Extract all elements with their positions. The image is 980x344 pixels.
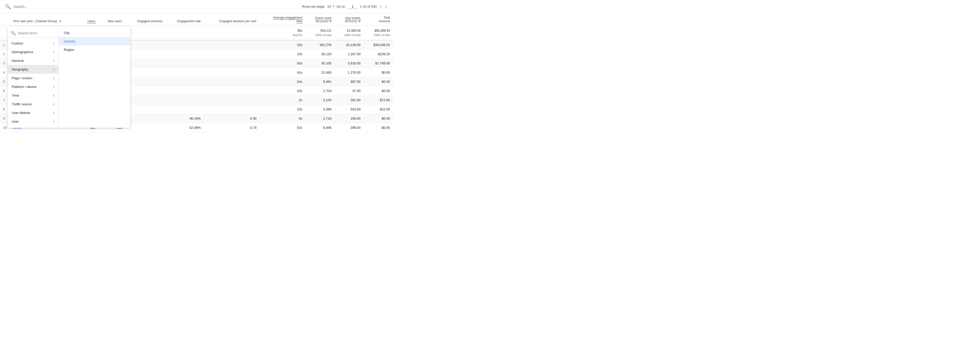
menu-item-general[interactable]: General›: [8, 56, 59, 65]
menu-item-custom[interactable]: Custom›: [8, 39, 59, 48]
event-count-cell: 302,276: [305, 40, 334, 50]
rows-count-number: 10: [327, 5, 331, 8]
key-events-cell: 299.00: [334, 123, 364, 132]
revenue-cell: $7,769.00: [364, 59, 393, 68]
sessions-per-user-cell: 0.74: [204, 123, 259, 132]
menu-item-demographics[interactable]: Demographics›: [8, 48, 59, 56]
engagement-rate-cell: [165, 77, 204, 86]
sessions-per-user-col-header: Engaged sessions per user: [204, 13, 259, 26]
goto-label: Go to:: [337, 5, 345, 8]
top-bar: 🔍 Rows per page: 10 Go to: 1-10 of 330 ‹…: [0, 0, 393, 13]
chevron-right-icon: ›: [53, 119, 54, 124]
engagement-rate-cell: 46.19%: [165, 114, 204, 123]
submenu-item-country[interactable]: Country: [59, 37, 130, 45]
event-count-cell: 21,465: [305, 68, 334, 77]
menu-item-user[interactable]: User›: [8, 117, 59, 126]
pagination-bar: Rows per page: 10 Go to: 1-10 of 330 ‹ ›: [302, 4, 388, 9]
users-col-header: Users: [80, 13, 99, 26]
key-events-cell: 543.00: [334, 104, 364, 114]
sessions-per-user-cell: [204, 86, 259, 95]
event-count-cell: 2,718: [305, 114, 334, 123]
avg-engagement-col-header: Average engagement time: [259, 13, 305, 26]
total-revenue-col-header: Total revenue: [364, 13, 393, 26]
dropdown-right-panel: City Country Region: [59, 27, 130, 128]
engaged-sessions-cell: [125, 59, 165, 68]
prev-page-button[interactable]: ‹: [379, 4, 382, 9]
table-container: 🔍 Custom› Demographics› General› Geograp…: [0, 13, 393, 133]
key-events-cell: 37.00: [334, 86, 364, 95]
chevron-right-icon: ›: [53, 67, 54, 72]
sessions-per-user-cell: 0.50: [204, 114, 259, 123]
summary-key-events: 31,584.00 100% of total: [334, 26, 364, 40]
chevron-right-icon: ›: [53, 41, 54, 45]
search-input[interactable]: [13, 5, 299, 9]
revenue-cell: $0.00: [364, 86, 393, 95]
dropdown-search-icon: 🔍: [11, 31, 16, 35]
rows-per-page-value[interactable]: 10: [327, 5, 334, 8]
revenue-cell: $0.00: [364, 114, 393, 123]
sessions-per-user-cell: [204, 77, 259, 86]
avg-engagement-cell: 41s: [259, 68, 305, 77]
submenu-item-region[interactable]: Region: [59, 45, 130, 54]
dropdown-search-wrap: 🔍: [8, 29, 59, 38]
sessions-per-user-cell: [204, 40, 259, 50]
rows-per-page-label: Rows per page:: [302, 5, 325, 8]
event-count-filter-icon[interactable]: [329, 21, 331, 22]
avg-engagement-cell: 23s: [259, 104, 305, 114]
engaged-sessions-col-header: Engaged sessions: [125, 13, 165, 26]
menu-item-platform[interactable]: Platform / device›: [8, 82, 59, 91]
engagement-rate-cell: [165, 59, 204, 68]
avg-engagement-cell: 52s: [259, 123, 305, 132]
revenue-cell: $39,048.93: [364, 40, 393, 50]
engagement-rate-cell: [165, 68, 204, 77]
event-count-cell: 6,946: [305, 123, 334, 132]
menu-item-user-lifetime[interactable]: User lifetime›: [8, 108, 59, 117]
revenue-cell: $0.00: [364, 68, 393, 77]
revenue-cell: $0.00: [364, 77, 393, 86]
submenu-item-city[interactable]: City: [59, 29, 130, 37]
menu-item-page-screen[interactable]: Page / screen›: [8, 74, 59, 82]
sessions-per-user-cell: [204, 104, 259, 114]
engagement-rate-cell: [165, 86, 204, 95]
key-events-cell: 1,276.00: [334, 68, 364, 77]
avg-engagement-cell: 33s: [259, 40, 305, 50]
avg-engagement-cell: 2s: [259, 95, 305, 104]
menu-item-time[interactable]: Time›: [8, 91, 59, 100]
event-count-cell: 2,703: [305, 86, 334, 95]
avg-engagement-cell: 10s: [259, 86, 305, 95]
sessions-per-user-cell: [204, 95, 259, 104]
event-count-cell: 9,461: [305, 77, 334, 86]
summary-event-count: 504,111 100% of total: [305, 26, 334, 40]
channel-col-label: First user prim...Channel Group): [13, 19, 57, 23]
chevron-right-icon: ›: [53, 50, 54, 54]
key-events-cell: 3,916.00: [334, 59, 364, 68]
summary-engaged-sessions: [125, 26, 165, 40]
goto-input[interactable]: [348, 5, 358, 9]
event-count-cell: 35,105: [305, 59, 334, 68]
chevron-right-icon: ›: [53, 93, 54, 98]
key-events-cell: 16,139.00: [334, 40, 364, 50]
revenue-cell: $239.20: [364, 49, 393, 59]
dropdown-search-input[interactable]: [18, 31, 61, 35]
event-count-cell: 5,069: [305, 104, 334, 114]
summary-engagement-rate: [165, 26, 204, 40]
event-count-cell: 26,120: [305, 49, 334, 59]
menu-item-geography[interactable]: Geography›: [8, 65, 59, 74]
engaged-sessions-cell: [125, 49, 165, 59]
chevron-right-icon: ›: [53, 110, 54, 115]
avg-engagement-cell: 23s: [259, 49, 305, 59]
channel-col-header[interactable]: First user prim...Channel Group): [10, 13, 80, 26]
chevron-right-icon: ›: [53, 76, 54, 80]
summary-avg-engagement: 35s Avg 0%: [259, 26, 305, 40]
menu-item-traffic[interactable]: Traffic source›: [8, 100, 59, 108]
channel-dropdown-button[interactable]: First user prim...Channel Group): [13, 19, 61, 23]
revenue-cell: $0.00: [364, 123, 393, 132]
engaged-sessions-cell: [125, 123, 165, 132]
revenue-cell: $72.80: [364, 95, 393, 104]
engagement-rate-cell: [165, 40, 204, 50]
dropdown-left-panel: 🔍 Custom› Demographics› General› Geograp…: [8, 27, 59, 128]
next-page-button[interactable]: ›: [384, 4, 388, 9]
engagement-rate-cell: [165, 95, 204, 104]
revenue-cell: $22.00: [364, 104, 393, 114]
key-events-filter-icon[interactable]: [359, 21, 361, 22]
